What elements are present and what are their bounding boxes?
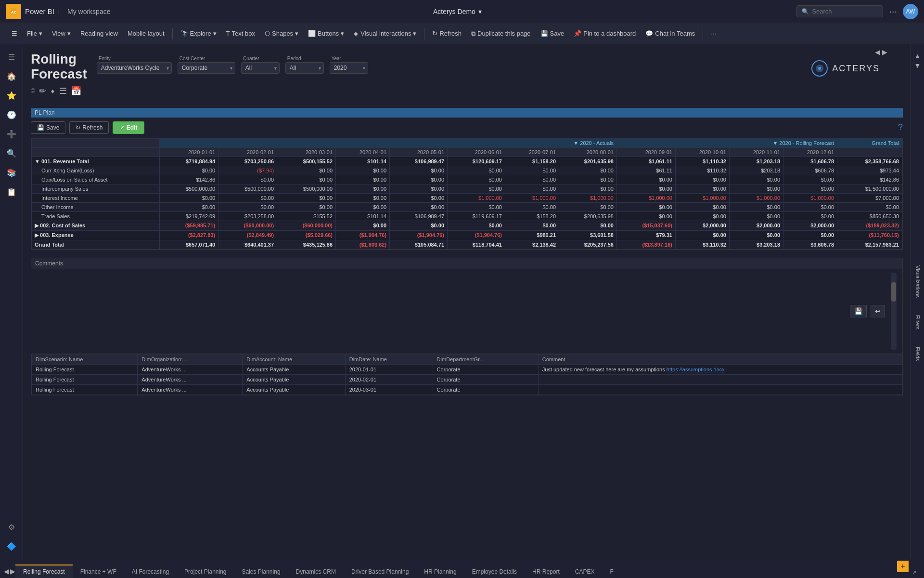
buttons-btn[interactable]: ⬜ Buttons ▾ [304,28,348,39]
duplicate-btn[interactable]: ⧉ Duplicate this page [467,28,535,39]
toolbar-refresh-btn[interactable]: ↻ Refresh [428,28,465,39]
scroll-right-btn[interactable]: ▶ [10,567,15,575]
grand-total-cell: $1,500,000.00 [837,184,902,193]
table-row: ▶ 003. Expense($2,827.83)($2,849.49)($5,… [32,230,902,240]
edit-pencil-icon[interactable]: ✏ [39,86,46,96]
cost-center-select[interactable]: Corporate [178,62,235,74]
cell-value: $200,635.98 [559,211,617,221]
workspace-label[interactable]: My workspace [67,8,110,15]
tab-item[interactable]: Finance + WF [73,565,124,578]
cell-value: $0.00 [675,211,729,221]
demo-selector[interactable]: Acterys Demo ▾ [433,8,482,15]
next-page-btn[interactable]: ▶ [882,48,887,56]
cell-value: ($1,904.76) [390,230,448,240]
refresh-button[interactable]: ↻ Refresh [69,121,109,134]
search-box[interactable]: 🔍 [796,5,883,17]
chat-btn[interactable]: 💬 Chat in Teams [642,28,699,39]
cell-value: $61.11 [616,166,675,175]
pin-btn[interactable]: 📌 Pin to a dashboard [570,28,640,39]
explore-btn[interactable]: 🔭 Explore ▾ [177,28,220,39]
grand-total-cell: $7,000.00 [837,193,902,202]
cell-value: $0.00 [277,193,336,202]
top-nav: AC Power BI | My workspace Acterys Demo … [0,0,924,23]
sidebar-learn-icon[interactable]: 📚 [3,164,20,181]
copy-icon[interactable]: ⬧ [50,86,55,96]
cell-value: $0.00 [505,202,559,211]
right-panel-down-btn[interactable]: ▼ [914,62,921,69]
tab-item[interactable]: Project Planning [177,565,234,578]
help-icon[interactable]: ? [898,122,903,132]
comment-text: Just updated new forecast here are my as… [538,364,902,374]
fields-panel-btn[interactable]: Fields [912,341,924,367]
tab-item[interactable]: AI Forecasting [124,565,177,578]
cell-value: $0.00 [336,166,390,175]
cell-value: $0.00 [559,202,617,211]
entity-select[interactable]: AdventureWorks Cycle [97,62,172,74]
cell-value: $435,125.86 [277,240,336,249]
visualizations-panel-btn[interactable]: Visualizations [912,260,924,303]
reading-view-btn[interactable]: Reading view [77,28,122,39]
file-menu[interactable]: File ▾ [23,28,46,39]
comments-input-row: 💾 ↩ [31,269,902,354]
sidebar-menu-icon[interactable]: ☰ [3,48,20,66]
calendar-icon[interactable]: 📅 [71,86,81,96]
sidebar-apps-icon[interactable]: 📋 [3,183,20,200]
row-label: ▼ 001. Revenue Total [32,157,160,166]
toolbar-more-btn[interactable]: ··· [707,28,720,39]
mobile-layout-btn[interactable]: Mobile layout [124,28,168,39]
visual-interactions-btn[interactable]: ◈ Visual interactions ▾ [350,28,420,39]
tab-item[interactable]: HR Planning [416,565,464,578]
period-select[interactable]: All [285,62,324,74]
tab-item[interactable]: HR Report [525,565,567,578]
chat-icon: 💬 [645,30,653,37]
view-menu[interactable]: View ▾ [48,28,75,39]
sidebar-diamond-icon[interactable]: 🔷 [3,538,20,555]
comment-save-btn[interactable]: 💾 [850,305,867,317]
tab-item[interactable]: Employee Details [464,565,525,578]
comment-org: AdventureWorks ... [138,384,243,394]
comment-scenario: Rolling Forecast [32,374,138,384]
more-options-icon[interactable]: ··· [889,6,897,17]
sidebar-favorites-icon[interactable]: ⭐ [3,87,20,104]
tab-item[interactable]: Driver Based Planning [344,565,416,578]
comment-account: Accounts Payable [243,384,345,394]
filters-panel-btn[interactable]: Filters [912,309,924,335]
sidebar-home-icon[interactable]: 🏠 [3,67,20,85]
shapes-btn[interactable]: ⬡ Shapes ▾ [261,28,302,39]
add-tab-btn[interactable]: + [897,561,909,572]
tab-item[interactable]: Sales Planning [234,565,288,578]
tab-item[interactable]: Rolling Forecast [15,565,73,578]
sidebar-settings-icon[interactable]: ⚙ [3,518,20,536]
quarter-select[interactable]: All [241,62,280,74]
comment-input[interactable] [35,306,846,316]
sidebar-create-icon[interactable]: ➕ [3,125,20,143]
cell-value: $0.00 [390,166,448,175]
toolbar-save-btn[interactable]: 💾 Save [537,28,568,39]
comment-undo-btn[interactable]: ↩ [871,305,885,317]
sidebar-search-icon[interactable]: 🔍 [3,144,20,162]
right-panel-up-btn[interactable]: ▲ [914,52,921,60]
cell-value: ($15,037.60) [616,221,675,230]
tab-item[interactable]: F [602,565,621,578]
save-button[interactable]: 💾 Save [31,121,65,134]
tab-item[interactable]: Dynamics CRM [288,565,344,578]
cell-value: $640,401.37 [218,240,277,249]
list-icon[interactable]: ☰ [59,86,67,96]
cell-value: $118,704.41 [448,240,505,249]
cell-value: $0.00 [160,193,218,202]
cell-value: $0.00 [336,202,390,211]
edit-button[interactable]: ✓ Edit [113,121,144,134]
scroll-left-btn[interactable]: ◀ [4,567,9,575]
text-box-btn[interactable]: T Text box [222,28,259,39]
sidebar-recent-icon[interactable]: 🕐 [3,106,20,123]
comments-scrollbar[interactable] [891,273,897,350]
prev-page-btn[interactable]: ◀ [875,48,880,56]
table-body: ▼ 001. Revenue Total$719,884.94$703,250.… [32,157,902,249]
hamburger-menu[interactable]: ☰ [8,28,21,39]
acterys-logo-text: ACTERYS [832,64,880,74]
avatar[interactable]: AW [903,4,918,19]
year-select[interactable]: 2020 [330,62,368,74]
tab-item[interactable]: CAPEX [567,565,603,578]
comment-link[interactable]: https://assumptions.docx [667,367,725,372]
search-input[interactable] [812,8,870,15]
